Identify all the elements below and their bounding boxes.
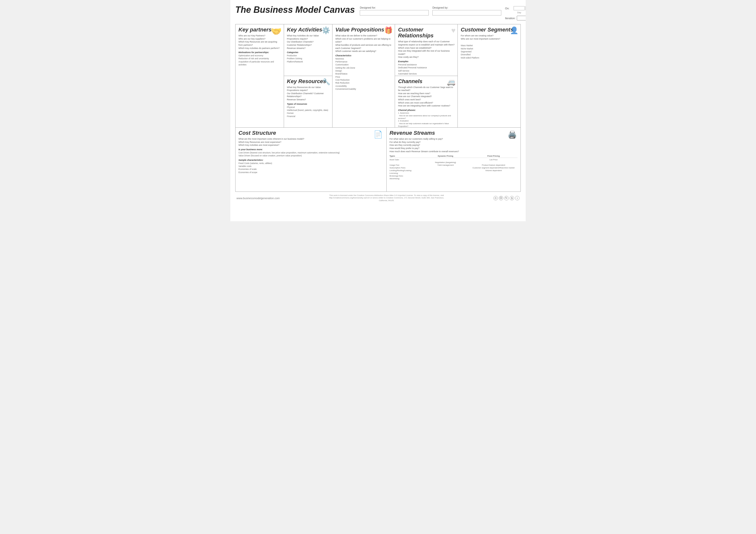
register-icon: 🖨️ — [508, 130, 517, 139]
designed-for-label: Designed for: — [360, 6, 429, 9]
subscription-fixed: Customer segment dependent/Real-time mar… — [470, 167, 518, 169]
key-partners-cell: 🤝 Key partners Who are our Key Partners?… — [235, 24, 284, 127]
fixed-pricing-header: Fixed Pricing — [470, 155, 518, 157]
licensing-label: Licensing: — [390, 172, 421, 174]
footer-license: This work is licensed under the Creative… — [325, 194, 448, 202]
cost-section1: Is your business more: — [238, 148, 383, 151]
designed-by-group: Designed by: — [432, 6, 501, 15]
title-block: The Business Model Canvas — [235, 5, 355, 15]
canvas: 🤝 Key partners Who are our Key Partners?… — [235, 24, 521, 192]
person-icon: 👤 — [510, 26, 519, 35]
bmc-page: The Business Model Canvas Designed for: … — [230, 0, 526, 221]
sa-icon: ↻ — [504, 196, 509, 200]
brokerage-dynamic — [421, 175, 470, 177]
iteration-input[interactable] — [517, 16, 526, 20]
value-props-section: Characteristics — [336, 54, 392, 57]
subscription-label: Subscription Fees: — [390, 167, 421, 169]
negotiation-fixed — [470, 161, 518, 164]
licensing-fixed — [470, 172, 518, 174]
pricing-table: Types Dynamic Pricing Fixed Pricing Asse… — [390, 155, 518, 180]
value-propositions-cell: 🎁 Value Propositions What value do we de… — [333, 24, 395, 127]
cost-list1: Cost Driven (leanest cost structure, low… — [238, 151, 383, 157]
channels-section: Channel phases: — [398, 109, 454, 111]
customer-rel-section: Examples — [398, 60, 454, 63]
customer-segments-list: Mass MarketNiche MarketSegmentedDiversif… — [461, 44, 518, 59]
header: The Business Model Canvas Designed for: … — [235, 5, 521, 20]
header-fields: Designed for: Designed by: On: Day — [360, 6, 526, 20]
key-resources-list: PhysicalIntellectual (brand, patents, co… — [287, 106, 329, 118]
cc-icon: © — [494, 196, 498, 200]
asset-sale-fixed: List Price — [470, 159, 518, 161]
worker-icon: ⚙️ — [322, 26, 330, 35]
negotiation-dynamic: Negotiation (bargaining) — [421, 161, 470, 164]
channels-list: 1. Awareness How do we raise awareness a… — [398, 112, 454, 127]
advertising-dynamic — [421, 178, 470, 180]
gift-icon: 🎁 — [384, 26, 393, 35]
advertising-label: Advertising: — [390, 178, 421, 180]
revenue-row-5: Licensing: — [390, 172, 518, 174]
key-resources-section: Types of resources — [287, 103, 329, 105]
key-activities-list: ProductionProblem SolvingPlatform/Networ… — [287, 54, 329, 63]
nc-icon: $ — [510, 196, 514, 200]
dynamic-pricing-header: Dynamic Pricing — [421, 155, 470, 157]
usage-fee-dynamic: Yield management — [421, 164, 470, 166]
designed-for-group: Designed for: — [360, 6, 429, 15]
customer-relationships-questions: What type of relationship does each of o… — [398, 40, 454, 59]
day-label: Day — [514, 11, 525, 14]
key-activities-questions: What Key Activities do our Value Proposi… — [287, 34, 329, 50]
day-input[interactable] — [514, 6, 525, 10]
subscription-dynamic — [421, 167, 470, 169]
key-resources-questions: What Key Resources do our Value Proposit… — [287, 86, 329, 101]
asset-sale-label: Asset Sale: — [390, 159, 421, 161]
activities-resources-stack: ⚙️ Key Activities What Key Activities do… — [284, 24, 333, 127]
footer-url: www.businessmodelgeneration.com — [236, 197, 280, 200]
key-partners-section: Motivations for partnerships: — [238, 51, 281, 54]
footer: www.businessmodelgeneration.com This wor… — [235, 194, 521, 202]
customer-segments-questions: For whom are we creating value?Who are o… — [461, 34, 518, 40]
asset-sale-dynamic — [421, 159, 470, 161]
by-icon: Ⓑ — [499, 196, 503, 200]
key-partners-list: Optimization and economy Reduction of ri… — [238, 54, 281, 66]
revenue-row-1: Asset Sale: List Price — [390, 159, 518, 161]
cost-structure-cell: 📄 Cost Structure What are the most impor… — [235, 128, 387, 191]
value-props-list: NewnessPerformanceCustomizationGetting t… — [336, 57, 392, 90]
revenue-row-3: Subscription Fees: Customer segment depe… — [390, 167, 518, 169]
revenue-streams-questions: For what value are our customers really … — [390, 138, 518, 153]
key-resources-cell: 🔧 Key Resources What Key Resources do ou… — [284, 76, 332, 128]
value-propositions-title: Value Propositions — [336, 27, 392, 33]
designed-for-input[interactable] — [360, 10, 429, 15]
cost-list2: Fixed Costs (salaries, rents, utilities)… — [238, 162, 383, 174]
bottom-section: 📄 Cost Structure What are the most impor… — [235, 128, 521, 191]
customer-relationships-title: Customer Relationships — [398, 27, 454, 38]
lending-label: Lending/Renting/Leasing: — [390, 169, 421, 172]
customer-relationships-cell: ♥ Customer Relationships What type of re… — [395, 24, 457, 76]
lending-dynamic — [421, 169, 470, 172]
handshake-icon: 🤝 — [271, 26, 282, 37]
customer-segments-cell: 👤 Customer Segments For whom are we crea… — [458, 24, 521, 127]
licensing-dynamic — [421, 172, 470, 174]
revenue-row-7: Advertising: — [390, 178, 518, 180]
advertising-fixed — [470, 178, 518, 180]
resources-icon: 🔧 — [322, 78, 330, 86]
cost-section2: Sample characteristics: — [238, 159, 383, 161]
customer-rel-list: Personal assistanceDedicated Personal As… — [398, 63, 454, 76]
rel-channels-stack: ♥ Customer Relationships What type of re… — [395, 24, 458, 127]
channels-cell: 🚐 Channels Through which Channels do our… — [395, 76, 457, 128]
types-header: Types — [390, 155, 421, 157]
customer-segments-title: Customer Segments — [461, 27, 518, 33]
designed-by-label: Designed by: — [432, 6, 501, 9]
license-text: This work is licensed under the Creative… — [329, 194, 444, 202]
revenue-streams-title: Revenue Streams — [390, 130, 518, 136]
revenue-row-negotiation: Negotiation (bargaining) — [390, 161, 518, 164]
usage-fee-fixed: Product feature dependent — [470, 164, 518, 166]
papers-icon: 📄 — [374, 130, 383, 139]
page-title: The Business Model Canvas — [235, 5, 355, 15]
designed-by-input[interactable] — [432, 10, 501, 15]
key-activities-cell: ⚙️ Key Activities What Key Activities do… — [284, 24, 332, 76]
iteration-label: Iteration: — [505, 17, 516, 20]
revenue-streams-cell: 🖨️ Revenue Streams For what value are ou… — [387, 128, 521, 191]
footer-cc-icons: © Ⓑ ↻ $ i — [494, 196, 520, 200]
cost-structure-title: Cost Structure — [238, 130, 383, 136]
info-icon: i — [515, 196, 520, 200]
usage-fee-label: Usage Fee: — [390, 164, 421, 166]
